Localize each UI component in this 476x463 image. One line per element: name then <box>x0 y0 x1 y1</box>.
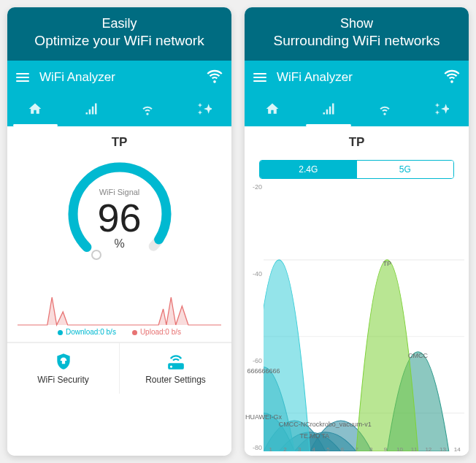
hamburger-icon[interactable] <box>253 73 266 82</box>
promo-line1: Show <box>249 16 464 31</box>
promo-header: Easily Optimize your WiFi network <box>7 7 231 61</box>
network-label: TP <box>383 260 391 267</box>
network-label: CMCC <box>408 352 428 359</box>
gauge-percent: % <box>61 237 178 250</box>
tab-signal[interactable] <box>64 94 120 126</box>
svg-point-2 <box>92 250 101 259</box>
traffic-legend: Download:0 b/s Upload:0 b/s <box>7 326 231 343</box>
tab-networks[interactable] <box>120 94 176 126</box>
promo-line2: Surrounding WiFi networks <box>249 33 464 49</box>
app-bar: WiFi Analyzer <box>7 61 231 94</box>
tab-tools[interactable] <box>175 94 231 126</box>
tab-home[interactable] <box>7 94 64 126</box>
promo-header: Show Surrounding WiFi networks <box>245 7 469 61</box>
promo-line1: Easily <box>12 16 227 31</box>
network-label: TE.MD <box>299 432 320 440</box>
router-icon <box>166 352 186 371</box>
band-24g[interactable]: 2.4G <box>260 161 357 178</box>
ssid-name: TP <box>245 135 469 150</box>
router-settings-button[interactable]: Router Settings <box>119 343 231 394</box>
ssid-block: TP <box>245 126 469 153</box>
wifi-security-button[interactable]: WiFi Security <box>7 343 119 394</box>
app-title: WiFi Analyzer <box>277 70 444 85</box>
network-label: HUAWEI-Gx <box>245 413 282 421</box>
signal-gauge: WiFi Signal 96 % <box>61 156 178 272</box>
network-label: TA <box>321 432 329 440</box>
router-settings-label: Router Settings <box>145 375 206 385</box>
tab-signal[interactable] <box>301 94 357 126</box>
left-screenshot: Easily Optimize your WiFi network WiFi A… <box>7 7 231 456</box>
network-label: rockrobo_vacuum-v1 <box>310 421 372 428</box>
tab-networks[interactable] <box>357 94 413 126</box>
y-axis-labels: -20 -40 -60 -80 <box>247 183 262 451</box>
main-panel: TP WiFi Signal 96 % Download:0 b/s Uplo <box>7 126 231 456</box>
promo-line2: Optimize your WiFi network <box>12 33 227 49</box>
legend-upload: Upload:0 b/s <box>132 328 181 336</box>
app-bar: WiFi Analyzer <box>245 61 469 94</box>
right-screenshot: Show Surrounding WiFi networks WiFi Anal… <box>245 7 469 456</box>
channel-chart: -20 -40 -60 -80 1234567891011121314 TE.M… <box>264 183 464 451</box>
tab-tools[interactable] <box>412 94 469 126</box>
tab-home[interactable] <box>245 94 301 126</box>
band-5g[interactable]: 5G <box>357 161 454 178</box>
main-panel: TP 2.4G 5G -20 -40 -60 -80 1234567891011… <box>245 126 469 456</box>
traffic-sparkline <box>18 275 221 326</box>
band-toggle: 2.4G 5G <box>259 160 454 179</box>
tab-bar <box>7 94 231 126</box>
app-title: WiFi Analyzer <box>39 70 207 85</box>
hamburger-icon[interactable] <box>16 73 29 82</box>
ssid-block: TP <box>7 126 231 154</box>
legend-download: Download:0 b/s <box>58 328 116 336</box>
wifi-status-icon <box>444 68 460 87</box>
gauge-value: 96 <box>61 195 178 240</box>
network-label: 666666666 <box>247 367 280 375</box>
footer-buttons: WiFi Security Router Settings <box>7 343 231 394</box>
x-axis-labels: 1234567891011121314 <box>264 446 464 453</box>
wifi-security-label: WiFi Security <box>37 375 89 385</box>
wifi-status-icon <box>207 68 223 87</box>
ssid-name: TP <box>7 135 231 150</box>
tab-bar <box>245 94 469 126</box>
shield-icon <box>53 352 74 371</box>
network-label: CMCC-NC <box>279 421 310 428</box>
